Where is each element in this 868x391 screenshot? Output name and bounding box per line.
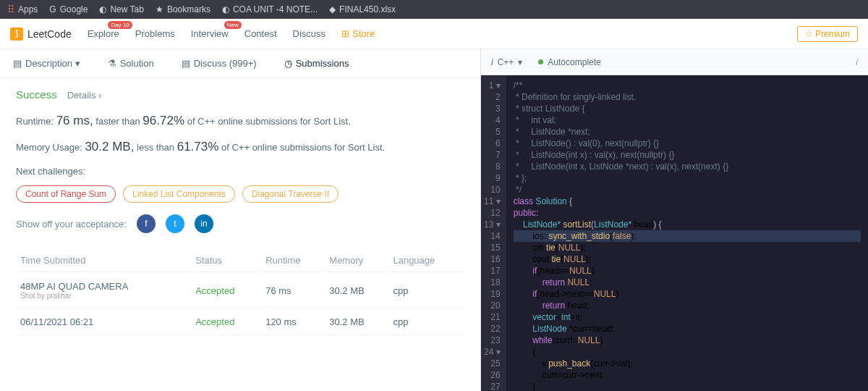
- nav-explore[interactable]: ExploreDay 10: [88, 28, 119, 39]
- runtime-stat: Runtime: 76 ms, faster than 96.72% of C+…: [16, 114, 464, 128]
- brand-name: LeetCode: [27, 28, 72, 40]
- nav-badge: New: [224, 21, 242, 29]
- nav-discuss[interactable]: Discuss: [293, 28, 326, 39]
- apps-grid-icon: ⠿: [7, 4, 14, 15]
- line-gutter: 1 ▾234567891011 ▾1213 ▾14151617181920212…: [481, 75, 506, 391]
- cell-memory: 30.2 MB: [326, 274, 388, 308]
- table-header: Language: [390, 249, 463, 272]
- status-success: Success: [16, 88, 57, 101]
- language-selector[interactable]: i C++ ▾: [491, 57, 522, 67]
- tab-description[interactable]: ▤Description ▾: [13, 58, 80, 69]
- tab-icon: ◷: [284, 58, 292, 69]
- main-content: ▤Description ▾⚗Solution▤Discuss (999+)◷S…: [0, 49, 868, 391]
- challenge-pill[interactable]: Linked List Components: [123, 185, 235, 203]
- bookmark-icon: G: [49, 4, 56, 14]
- cell-time: 06/11/2021 06:21: [17, 309, 191, 335]
- twitter-icon[interactable]: t: [166, 214, 184, 233]
- tab-icon: ⚗: [108, 58, 116, 69]
- challenge-pill[interactable]: Diagonal Traverse II: [242, 185, 339, 203]
- editor-toolbar: i C++ ▾ Autocomplete i: [481, 49, 868, 75]
- bookmark-icon: ★: [156, 4, 163, 14]
- code-editor[interactable]: 1 ▾234567891011 ▾1213 ▾14151617181920212…: [481, 75, 868, 391]
- cell-time: 48MP AI QUAD CAMERAShot by prakhar: [17, 274, 191, 308]
- browser-bookmarks-bar: ⠿Apps GGoogle◐New Tab★Bookmarks◐COA UNIT…: [0, 0, 868, 19]
- table-row[interactable]: 48MP AI QUAD CAMERAShot by prakharAccept…: [17, 274, 463, 308]
- cell-runtime: 76 ms: [263, 274, 325, 308]
- nav-badge: Day 10: [108, 21, 132, 29]
- status-dot-icon: [538, 59, 543, 64]
- details-link[interactable]: Details ›: [67, 90, 102, 101]
- leetcode-icon: ⟆: [10, 28, 23, 41]
- memory-stat: Memory Usage: 30.2 MB, less than 61.73% …: [16, 140, 464, 154]
- site-header: ⟆ LeetCode ExploreDay 10ProblemsIntervie…: [0, 19, 868, 49]
- table-row[interactable]: 06/11/2021 06:21Accepted120 ms30.2 MBcpp: [17, 309, 463, 335]
- info-icon: i: [491, 57, 493, 67]
- nav-contest[interactable]: Contest: [244, 28, 277, 39]
- cell-lang: cpp: [390, 309, 463, 335]
- nav-interview[interactable]: InterviewNew: [191, 28, 229, 39]
- table-header: Time Submitted: [17, 249, 191, 272]
- bookmark-item[interactable]: ◆FINAL450.xlsx: [329, 4, 396, 14]
- bookmark-icon: ◆: [329, 4, 336, 14]
- challenge-pills: Count of Range SumLinked List Components…: [16, 185, 464, 203]
- bookmark-item[interactable]: ◐New Tab: [99, 4, 143, 14]
- submission-detail: Success Details › Runtime: 76 ms, faster…: [0, 78, 480, 391]
- next-challenges-label: Next challenges:: [16, 166, 464, 177]
- table-header: Status: [192, 249, 261, 272]
- cell-lang: cpp: [390, 274, 463, 308]
- cell-status: Accepted: [192, 309, 261, 335]
- apps-button[interactable]: ⠿Apps: [7, 4, 38, 15]
- cell-runtime: 120 ms: [263, 309, 325, 335]
- share-label: Show off your acceptance:: [16, 219, 127, 230]
- editor-panel: i C++ ▾ Autocomplete i 1 ▾234567891011 ▾…: [481, 49, 868, 391]
- bookmark-icon: ◐: [99, 4, 106, 14]
- store-icon: ⊞: [341, 28, 349, 39]
- tab-icon: ▤: [13, 58, 22, 69]
- facebook-icon[interactable]: f: [137, 214, 156, 233]
- tab-solution[interactable]: ⚗Solution: [108, 58, 154, 69]
- submissions-table: Time SubmittedStatusRuntimeMemoryLanguag…: [16, 248, 464, 337]
- chevron-down-icon: ▾: [518, 57, 522, 67]
- code-area[interactable]: /** * Definition for singly-linked list.…: [506, 75, 868, 391]
- nav-problems[interactable]: Problems: [135, 28, 175, 39]
- table-header: Runtime: [263, 249, 325, 272]
- bookmark-item[interactable]: ★Bookmarks: [156, 4, 210, 14]
- challenge-pill[interactable]: Count of Range Sum: [16, 185, 116, 203]
- bookmark-icon: ◐: [222, 4, 229, 14]
- tab-icon: ▤: [182, 58, 190, 69]
- share-row: Show off your acceptance: f t in: [16, 214, 464, 233]
- bookmark-item[interactable]: ◐COA UNIT -4 NOTE...: [222, 4, 318, 14]
- autocomplete-indicator: Autocomplete: [538, 57, 600, 67]
- premium-button[interactable]: ☆ Premium: [797, 26, 858, 42]
- table-header: Memory: [326, 249, 388, 272]
- brand-logo[interactable]: ⟆ LeetCode: [10, 28, 72, 41]
- cell-memory: 30.2 MB: [326, 309, 388, 335]
- bookmark-item[interactable]: GGoogle: [49, 4, 88, 14]
- cell-status: Accepted: [192, 274, 261, 308]
- editor-info-button[interactable]: i: [856, 57, 858, 67]
- tab-submissions[interactable]: ◷Submissions: [284, 58, 349, 69]
- left-panel: ▤Description ▾⚗Solution▤Discuss (999+)◷S…: [0, 49, 481, 391]
- nav-store[interactable]: ⊞ Store: [341, 28, 375, 39]
- linkedin-icon[interactable]: in: [195, 214, 213, 233]
- tab-discuss-[interactable]: ▤Discuss (999+): [182, 58, 257, 69]
- problem-tabs: ▤Description ▾⚗Solution▤Discuss (999+)◷S…: [0, 49, 480, 78]
